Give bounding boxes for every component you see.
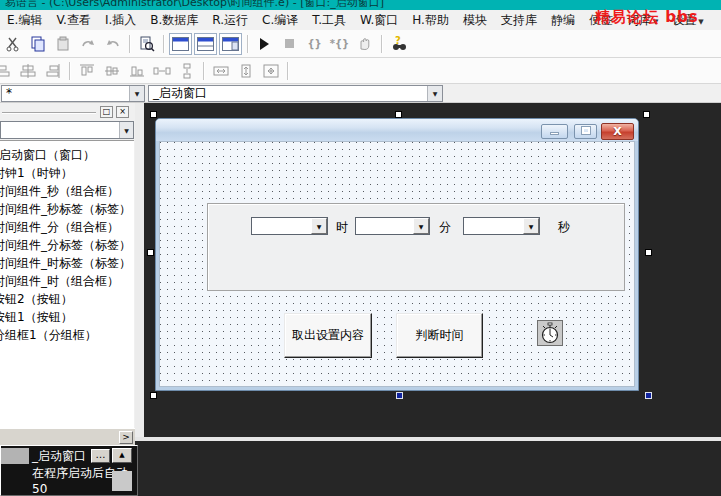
hour-label[interactable]: 时 (336, 219, 348, 236)
toolbar-separator (287, 62, 288, 80)
component-list-item[interactable]: 分组框1（分组框） (0, 326, 134, 344)
selection-handle-bottom-left[interactable] (150, 392, 157, 399)
align-bottom-icon[interactable] (125, 60, 148, 82)
layout-window-2-icon[interactable] (194, 33, 217, 55)
selection-handle-top-right[interactable] (643, 111, 650, 118)
window-selector-combo[interactable]: _启动窗口 ▼ (148, 85, 443, 102)
property-value-name[interactable]: _启动窗口 (32, 448, 86, 465)
second-combobox[interactable]: ▼ (463, 217, 540, 235)
find-in-code-icon[interactable] (135, 33, 158, 55)
minute-combobox[interactable]: ▼ (355, 217, 430, 235)
panel-maximize-icon[interactable]: □ (100, 106, 113, 118)
clock-component[interactable] (537, 320, 563, 346)
panel-grip[interactable] (2, 112, 96, 114)
align-v-center-icon[interactable] (16, 60, 39, 82)
component-filter-combo[interactable]: ▼ (0, 121, 134, 139)
chevron-down-icon[interactable]: ▼ (129, 86, 144, 101)
paste-icon[interactable] (51, 33, 74, 55)
toolbar-separator (203, 62, 204, 80)
undo-icon[interactable] (101, 33, 124, 55)
selection-handle-mid-right[interactable] (645, 249, 652, 256)
judge-time-button[interactable]: 判断时间 (396, 313, 483, 358)
selection-handle-mid-left[interactable] (147, 249, 154, 256)
hour-combobox[interactable]: ▼ (251, 217, 328, 235)
type-filter-combo[interactable]: * ▼ (1, 85, 145, 102)
form-minimize-button[interactable] (541, 124, 568, 139)
component-list-item[interactable]: 时间组件_秒（组合框） (0, 182, 134, 200)
selection-handle-top-left[interactable] (150, 111, 157, 118)
ellipsis-button[interactable]: … (91, 449, 110, 463)
align-middle-icon[interactable] (100, 60, 123, 82)
menu-static-compile[interactable]: 静编 (544, 12, 582, 29)
align-right-icon[interactable] (41, 60, 64, 82)
align-top-icon[interactable] (75, 60, 98, 82)
component-list-item[interactable]: 按钮2（按钮） (0, 290, 134, 308)
menu-compile[interactable]: C.编译 (255, 12, 305, 29)
menu-run[interactable]: R.运行 (205, 12, 255, 29)
component-list-item[interactable]: 时间组件_分标签（标签） (0, 236, 134, 254)
align-left-icon[interactable] (0, 60, 14, 82)
property-value-number[interactable]: 50 (32, 482, 47, 496)
get-settings-button[interactable]: 取出设置内容 (284, 313, 372, 358)
close-icon: X (613, 126, 621, 137)
menu-tools[interactable]: T.工具 (305, 12, 353, 29)
form-close-button[interactable]: X (601, 123, 634, 140)
layout-window-3-icon[interactable] (219, 33, 242, 55)
component-list-item[interactable]: 时间组件_时（组合框） (0, 272, 134, 290)
menu-insert[interactable]: I.插入 (98, 12, 143, 29)
menu-window[interactable]: W.窗口 (353, 12, 405, 29)
panel-splitter[interactable] (135, 103, 144, 439)
debug-braces-icon[interactable]: {} (303, 33, 326, 55)
minute-label[interactable]: 分 (439, 219, 451, 236)
menu-help[interactable]: H.帮助 (405, 12, 456, 29)
selection-handle-top-center[interactable] (395, 111, 402, 118)
layout-window-1-icon[interactable] (169, 33, 192, 55)
component-list-item[interactable]: 按钮1（按钮） (0, 308, 134, 326)
component-list-item[interactable]: 时间组件_时标签（标签） (0, 254, 134, 272)
search-help-icon[interactable]: ? (387, 33, 410, 55)
chevron-down-icon[interactable]: ▼ (311, 218, 327, 234)
redo-icon[interactable] (76, 33, 99, 55)
same-size-icon[interactable] (259, 60, 282, 82)
same-height-icon[interactable] (234, 60, 257, 82)
run-icon[interactable] (253, 33, 276, 55)
stop-icon[interactable] (278, 33, 301, 55)
scroll-right-icon[interactable]: > (119, 431, 133, 444)
space-horizontal-icon[interactable] (150, 60, 173, 82)
chevron-down-icon[interactable]: ▼ (413, 218, 429, 234)
second-label[interactable]: 秒 (558, 219, 570, 236)
scrollbar-thumb[interactable] (112, 471, 132, 491)
component-list-item[interactable]: _启动窗口（窗口） (0, 146, 134, 164)
app-title-text: 易语言 - (C:\Users\Administrator\Desktop\时间… (5, 0, 384, 10)
toolbar-separator (381, 35, 382, 53)
scroll-up-icon[interactable]: ▲ (112, 448, 132, 463)
pause-hand-icon[interactable] (353, 33, 376, 55)
component-list-item[interactable]: 时钟1（时钟） (0, 164, 134, 182)
chevron-down-icon[interactable]: ▼ (427, 86, 442, 101)
component-list-item[interactable]: 时间组件_分（组合框） (0, 218, 134, 236)
cut-icon[interactable] (1, 33, 24, 55)
selection-handle-bottom-center[interactable] (396, 392, 403, 399)
selection-handle-bottom-right[interactable] (645, 392, 652, 399)
copy-icon[interactable] (26, 33, 49, 55)
main-toolbar: {} *{} ? (0, 30, 721, 58)
menu-database[interactable]: B.数据库 (143, 12, 205, 29)
chevron-down-icon[interactable]: ▼ (523, 218, 539, 234)
designer-bottom-edge (135, 437, 721, 441)
panel-close-icon[interactable]: × (116, 106, 129, 118)
menu-edit[interactable]: E.编辑 (0, 12, 49, 29)
toolbar-separator (129, 35, 130, 53)
space-vertical-icon[interactable] (175, 60, 198, 82)
same-width-icon[interactable] (209, 60, 232, 82)
property-grid-scrollbar[interactable]: ▲ (112, 448, 132, 494)
debug-braces-step-icon[interactable]: *{} (328, 33, 351, 55)
menu-module[interactable]: 模块 (456, 12, 494, 29)
menu-support-lib[interactable]: 支持库 (494, 12, 544, 29)
designed-form-window[interactable]: X ▼ 时 ▼ 分 ▼ 秒 取出设置内容 判断时间 (155, 118, 639, 391)
property-name-cell[interactable] (1, 448, 29, 464)
menu-view[interactable]: V.查看 (49, 12, 97, 29)
chevron-down-icon[interactable]: ▼ (119, 122, 133, 138)
panel-horizontal-scrollbar[interactable]: > (0, 428, 135, 445)
component-list-item[interactable]: 时间组件_秒标签（标签） (0, 200, 134, 218)
form-maximize-button[interactable] (574, 124, 597, 139)
